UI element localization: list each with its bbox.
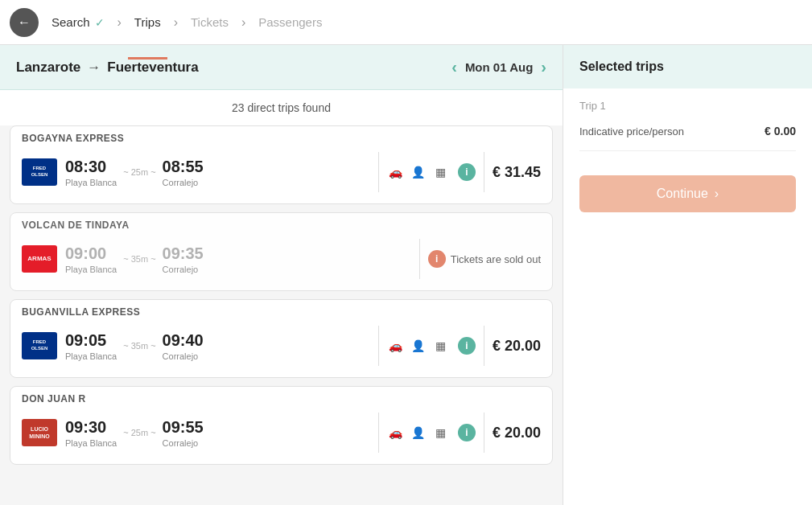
- trip-2-sold-out: Tickets are sold out: [451, 253, 541, 265]
- trip-2-depart: 09:00 Playa Blanca: [65, 244, 117, 274]
- trip-1-depart: 08:30 Playa Blanca: [65, 158, 117, 187]
- person-icon-4: 👤: [410, 424, 427, 441]
- trip-4-info-button[interactable]: i: [458, 424, 476, 441]
- trip-3-icons: 🚗 👤 ▦: [387, 337, 450, 355]
- trip-1-logo: FREDOLSEN: [22, 158, 57, 186]
- route-from: Lanzarote: [16, 60, 80, 76]
- trip-1-body: FREDOLSEN 08:30 Playa Blanca ~ 25m ~ 08:…: [10, 147, 552, 203]
- sidebar-body: Trip 1 Indicative price/person € 0.00: [563, 88, 812, 162]
- trip-1-arrive-place: Corralejo: [163, 178, 204, 187]
- sidebar-trip-label: Trip 1: [579, 100, 796, 112]
- qr-icon-4: ▦: [432, 424, 450, 441]
- trip-4-arrive: 09:55 Corralejo: [163, 418, 204, 448]
- top-nav: ← Search ✓ › Trips › Tickets › Passenger…: [0, 0, 812, 45]
- trip-4-arrive-time: 09:55: [163, 418, 204, 437]
- trip-card-3[interactable]: BUGANVILLA EXPRESS FREDOLSEN 09:05 Playa…: [10, 299, 553, 378]
- person-icon: 👤: [410, 163, 427, 181]
- prev-date-button[interactable]: ‹: [451, 58, 457, 76]
- qr-icon-3: ▦: [432, 337, 450, 355]
- trip-2-body: ARMAS 09:00 Playa Blanca ~ 35m ~ 09:35 C…: [10, 234, 552, 290]
- trip-2-arrive-time: 09:35: [163, 244, 204, 263]
- trip-3-price: € 20.00: [493, 338, 541, 355]
- trip-card-4[interactable]: DON JUAN R LUCIOMININO 09:30 Playa Blanc…: [10, 386, 553, 465]
- trip-1-arrive-time: 08:55: [163, 158, 204, 176]
- trip-4-divider: [378, 413, 379, 453]
- trip-3-divider2: [484, 326, 484, 366]
- trip-3-company: BUGANVILLA EXPRESS: [10, 300, 552, 321]
- right-panel: Selected trips Trip 1 Indicative price/p…: [563, 45, 812, 505]
- trip-card-1[interactable]: BOGAYNA EXPRESS FREDOLSEN 08:30 Playa Bl…: [10, 125, 553, 204]
- nav-arrow-3: ›: [241, 15, 245, 30]
- trip-1-icons: 🚗 👤 ▦: [387, 163, 450, 181]
- trip-4-body: LUCIOMININO 09:30 Playa Blanca ~ 25m ~ 0…: [10, 408, 552, 464]
- price-label: Indicative price/person: [579, 125, 684, 138]
- trip-1-divider: [378, 152, 379, 192]
- trip-3-divider: [378, 326, 379, 366]
- trip-4-depart-time: 09:30: [65, 418, 117, 437]
- trip-4-duration: ~ 25m ~: [123, 428, 155, 437]
- next-date-button[interactable]: ›: [541, 58, 546, 76]
- nav-step-trips[interactable]: Trips: [128, 0, 167, 45]
- continue-button[interactable]: Continue ›: [579, 175, 796, 212]
- trip-3-logo: FREDOLSEN: [22, 332, 57, 359]
- route-to: Fuerteventura: [107, 60, 198, 76]
- route-header: Lanzarote → Fuerteventura ‹ Mon 01 Aug ›: [0, 45, 563, 90]
- car-icon: 🚗: [387, 163, 405, 181]
- nav-arrow-1: ›: [117, 15, 122, 30]
- trip-2-times: 09:00 Playa Blanca ~ 35m ~ 09:35 Corrale…: [65, 244, 411, 274]
- trip-2-divider: [419, 239, 420, 279]
- nav-tickets-label: Tickets: [191, 15, 229, 29]
- qr-icon: ▦: [432, 163, 450, 181]
- person-icon-3: 👤: [410, 337, 427, 355]
- trips-found-text: 23 direct trips found: [232, 101, 331, 114]
- trip-4-price: € 20.00: [493, 425, 541, 441]
- car-icon-4: 🚗: [387, 424, 405, 441]
- nav-arrow-2: ›: [174, 15, 178, 30]
- date-navigation: ‹ Mon 01 Aug ›: [451, 58, 546, 76]
- trip-4-arrive-place: Corralejo: [163, 438, 204, 448]
- trip-3-body: FREDOLSEN 09:05 Playa Blanca ~ 35m ~ 09:…: [10, 321, 552, 377]
- price-row: Indicative price/person € 0.00: [579, 125, 796, 151]
- trip-1-times: 08:30 Playa Blanca ~ 25m ~ 08:55 Corrale…: [65, 158, 370, 187]
- trip-4-depart: 09:30 Playa Blanca: [65, 418, 117, 448]
- trip-1-depart-time: 08:30: [65, 158, 117, 176]
- trip-1-info-button[interactable]: i: [458, 163, 476, 181]
- nav-step-search[interactable]: Search ✓: [45, 15, 111, 29]
- trip-2-arrive-place: Corralejo: [163, 265, 204, 274]
- trip-1-duration: ~ 25m ~: [123, 167, 155, 177]
- nav-trips-label: Trips: [134, 15, 161, 29]
- trip-2-info-button[interactable]: i: [428, 250, 446, 268]
- trip-1-price: € 31.45: [493, 164, 541, 181]
- trip-4-logo: LUCIOMININO: [22, 419, 57, 446]
- continue-arrow: ›: [715, 187, 719, 201]
- trip-2-depart-place: Playa Blanca: [65, 265, 117, 274]
- nav-passengers-label: Passengers: [258, 15, 322, 29]
- trip-3-arrive-place: Corralejo: [163, 351, 204, 361]
- route-date: Mon 01 Aug: [465, 60, 533, 74]
- trip-3-arrive-time: 09:40: [163, 331, 204, 350]
- trip-4-icons: 🚗 👤 ▦: [387, 424, 450, 441]
- price-value: € 0.00: [765, 125, 796, 138]
- trip-3-info-button[interactable]: i: [458, 337, 476, 355]
- trip-2-duration: ~ 35m ~: [123, 254, 155, 264]
- trip-3-times: 09:05 Playa Blanca ~ 35m ~ 09:40 Corrale…: [65, 331, 370, 361]
- trip-3-depart: 09:05 Playa Blanca: [65, 331, 117, 361]
- trip-4-times: 09:30 Playa Blanca ~ 25m ~ 09:55 Corrale…: [65, 418, 370, 448]
- trip-3-depart-place: Playa Blanca: [65, 351, 117, 361]
- trip-4-divider2: [484, 413, 484, 453]
- nav-search-label: Search: [52, 15, 90, 29]
- nav-search-check: ✓: [95, 16, 105, 29]
- continue-label: Continue: [657, 187, 708, 201]
- trip-card-2: VOLCAN DE TINDAYA ARMAS 09:00 Playa Blan…: [10, 212, 553, 291]
- trip-3-depart-time: 09:05: [65, 331, 117, 350]
- sidebar-title: Selected trips: [563, 45, 812, 88]
- trip-1-company: BOGAYNA EXPRESS: [10, 126, 552, 147]
- nav-step-passengers: Passengers: [252, 15, 328, 29]
- trip-2-arrive: 09:35 Corralejo: [163, 244, 204, 274]
- trip-3-arrive: 09:40 Corralejo: [163, 331, 204, 361]
- trip-2-depart-time: 09:00: [65, 244, 117, 263]
- car-icon-3: 🚗: [387, 337, 405, 355]
- trip-1-divider2: [484, 152, 484, 192]
- trip-1-arrive: 08:55 Corralejo: [163, 158, 204, 187]
- back-button[interactable]: ←: [10, 8, 39, 37]
